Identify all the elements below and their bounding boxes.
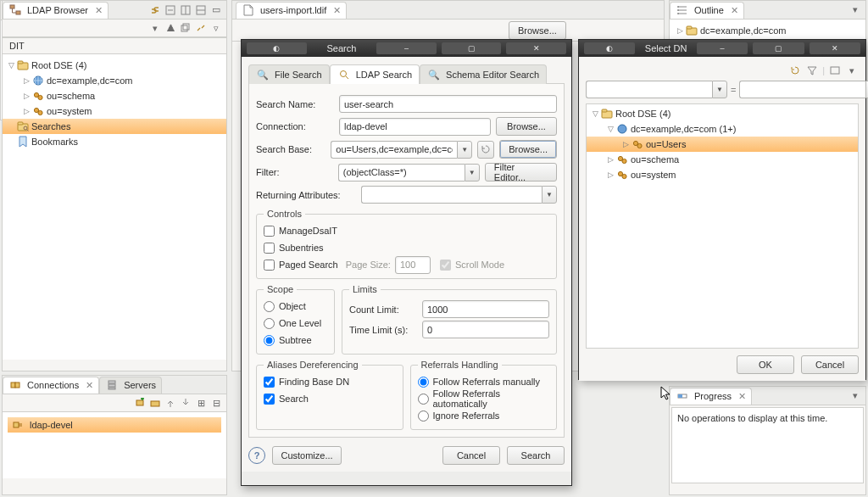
editor-tab-users-import[interactable]: users-import.ldif ✕ — [236, 2, 347, 19]
dialog-minimize-icon[interactable]: – — [697, 42, 748, 54]
dialog-menu-icon[interactable]: ◐ — [247, 42, 307, 54]
connection-item-ldap-devel[interactable]: ldap-devel — [8, 417, 221, 433]
dropdown-arrow-icon[interactable]: ▼ — [465, 164, 480, 181]
connections-body[interactable]: ldap-devel — [3, 412, 226, 478]
dialog-minimize-icon[interactable]: – — [376, 42, 437, 54]
outline-row-root[interactable]: ▷ dc=example,dc=com — [670, 23, 865, 38]
dropdown-arrow-icon[interactable]: ▼ — [542, 186, 557, 204]
customize-button[interactable]: Customize... — [272, 446, 342, 465]
close-icon[interactable]: ✕ — [731, 5, 738, 16]
new-connection-icon[interactable] — [133, 396, 147, 410]
dropdown-arrow-icon[interactable]: ▾ — [148, 21, 162, 35]
expand-toggle-icon[interactable]: ▷ — [605, 170, 615, 179]
ldap-browser-tree[interactable]: ▽ Root DSE (4) ▷ dc=example,dc=com ▷ ou=… — [3, 54, 226, 360]
search-base-input[interactable] — [331, 141, 457, 159]
close-icon[interactable]: ✕ — [95, 5, 103, 16]
select-dn-tree[interactable]: ▽ Root DSE (4) ▽ dc=example,dc=com (1+) … — [586, 103, 859, 349]
dialog-maximize-icon[interactable]: ▢ — [442, 42, 502, 54]
paged-search-checkbox[interactable]: Paged Search Page Size: Scroll Mode — [264, 256, 549, 273]
open-connection-icon[interactable] — [164, 396, 177, 410]
tree-row-root-dse[interactable]: ▽ Root DSE (4) — [3, 58, 226, 73]
dn-cancel-button[interactable]: Cancel — [801, 355, 859, 374]
referrals-ignore-radio[interactable]: Ignore Referrals — [418, 407, 550, 424]
filter-combo[interactable]: ▼ — [338, 164, 480, 181]
search-base-combo[interactable]: ▼ — [331, 141, 472, 159]
expand-icon[interactable]: ⊞ — [194, 396, 208, 410]
connections-tab[interactable]: Connections ✕ — [3, 377, 99, 394]
tree-row-bookmarks[interactable]: Bookmarks — [3, 134, 226, 149]
aliases-search-checkbox[interactable]: Search — [264, 390, 396, 407]
progress-menu-icon[interactable]: ▾ — [849, 389, 862, 403]
editor-browse-button[interactable]: Browse... — [509, 21, 566, 40]
dn-combo-2-input[interactable] — [739, 81, 865, 98]
expand-toggle-icon[interactable]: ▷ — [21, 76, 31, 85]
tree-row-ou-schema[interactable]: ▷ ou=schema — [3, 88, 226, 103]
collapse-toggle-icon[interactable]: ▽ — [6, 61, 16, 70]
managedsait-checkbox[interactable]: ManageDsaIT — [264, 222, 549, 239]
search-name-input[interactable] — [339, 95, 557, 113]
search-button[interactable]: Search — [507, 446, 565, 465]
returning-attrs-combo[interactable]: ▼ — [361, 186, 557, 204]
cancel-button[interactable]: Cancel — [442, 446, 500, 465]
servers-tab[interactable]: Servers — [99, 377, 162, 394]
ldap-browser-tab[interactable]: LDAP Browser ✕ — [3, 2, 108, 19]
ok-button[interactable]: OK — [737, 355, 794, 374]
tree-row-ou-system[interactable]: ▷ ou=system — [3, 103, 226, 119]
history-icon[interactable] — [477, 141, 494, 159]
collapse-toggle-icon[interactable]: ▽ — [605, 125, 615, 133]
dialog-close-icon[interactable]: ✕ — [810, 42, 860, 54]
outline-tab[interactable]: Outline ✕ — [670, 2, 744, 19]
outline-menu-icon[interactable]: ▾ — [849, 3, 862, 17]
expand-toggle-icon[interactable]: ▷ — [605, 155, 615, 164]
show-dn-icon[interactable] — [828, 64, 842, 77]
time-limit-input[interactable] — [422, 321, 549, 338]
dropdown-arrow-icon[interactable]: ▼ — [457, 141, 472, 159]
dialog-close-icon[interactable]: ✕ — [506, 42, 566, 54]
scope-object-radio[interactable]: Object — [264, 298, 327, 315]
filter-input[interactable] — [338, 164, 465, 181]
close-icon[interactable]: ✕ — [86, 380, 93, 391]
connection-input[interactable] — [339, 118, 491, 136]
menu-icon[interactable]: ▾ — [845, 64, 859, 77]
up-icon[interactable]: ⯅ — [164, 21, 177, 35]
dn-combo-1-input[interactable] — [586, 81, 712, 98]
dn-tree-root[interactable]: ▽ Root DSE (4) — [587, 106, 858, 121]
dialog-menu-icon[interactable]: ◐ — [584, 42, 635, 54]
search-base-browse-button[interactable]: Browse... — [499, 140, 557, 159]
aliases-finding-checkbox[interactable]: Finding Base DN — [264, 373, 396, 390]
referrals-manual-radio[interactable]: Follow Referrals manually — [418, 373, 550, 390]
minimize-icon[interactable]: ▭ — [209, 3, 223, 17]
link-editor-icon[interactable] — [148, 3, 162, 17]
split-horizontal-icon[interactable] — [179, 3, 192, 17]
collapse2-icon[interactable]: ⊟ — [209, 396, 223, 410]
dn-combo-2[interactable]: ▼ — [739, 81, 868, 98]
tab-file-search[interactable]: 🔍 File Search — [248, 64, 330, 84]
referrals-auto-radio[interactable]: Follow Referrals automatically — [418, 390, 550, 407]
expand-toggle-icon[interactable]: ▷ — [675, 26, 685, 35]
close-icon[interactable]: ✕ — [738, 391, 746, 402]
tree-row-dc-example[interactable]: ▷ dc=example,dc=com — [3, 73, 226, 88]
dn-tree-ou-users[interactable]: ▷ ou=Users — [587, 137, 858, 152]
close-connection-icon[interactable] — [179, 396, 192, 410]
returning-attrs-input[interactable] — [361, 186, 542, 204]
expand-toggle-icon[interactable]: ▷ — [21, 92, 31, 100]
dn-tree-example[interactable]: ▽ dc=example,dc=com (1+) — [587, 121, 858, 137]
dn-combo-1[interactable]: ▼ — [586, 81, 727, 98]
search-dialog-titlebar[interactable]: ◐ Search – ▢ ✕ — [242, 40, 571, 57]
tab-schema-search[interactable]: 🔍 Schema Editor Search — [420, 64, 547, 84]
progress-tab[interactable]: Progress ✕ — [670, 388, 752, 405]
split-vertical-icon[interactable] — [194, 3, 208, 17]
refresh-icon[interactable] — [788, 64, 802, 77]
tab-ldap-search[interactable]: LDAP Search — [330, 64, 420, 84]
view-menu-icon[interactable]: ▿ — [209, 21, 223, 35]
collapse-icon[interactable] — [164, 3, 177, 17]
new-folder-icon[interactable] — [148, 396, 162, 410]
scope-subtree-radio[interactable]: Subtree — [264, 332, 327, 349]
expand-toggle-icon[interactable]: ▷ — [21, 107, 31, 115]
close-icon[interactable]: ✕ — [333, 5, 341, 16]
collapse-toggle-icon[interactable]: ▽ — [590, 109, 600, 118]
tree-row-searches[interactable]: Searches — [3, 119, 226, 134]
count-limit-input[interactable] — [422, 300, 549, 318]
connection-browse-button[interactable]: Browse... — [496, 117, 557, 136]
expand-toggle-icon[interactable]: ▷ — [620, 140, 631, 148]
